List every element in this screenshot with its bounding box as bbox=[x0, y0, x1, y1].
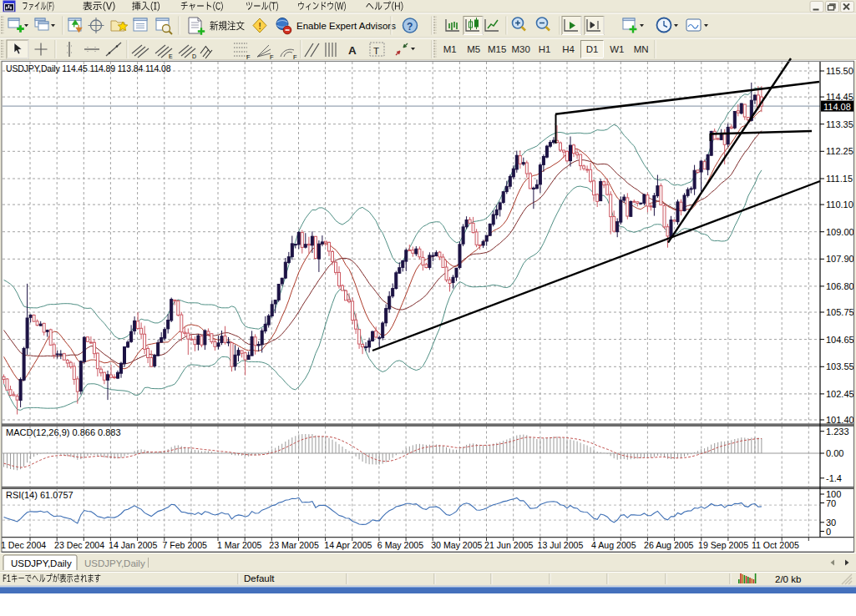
svg-text:14 Jan 2005: 14 Jan 2005 bbox=[109, 540, 157, 550]
svg-text:13 Jul 2005: 13 Jul 2005 bbox=[538, 540, 584, 550]
svg-text:1 Dec 2004: 1 Dec 2004 bbox=[1, 540, 46, 550]
svg-text:30 May 2005: 30 May 2005 bbox=[431, 540, 482, 550]
svg-text:A: A bbox=[348, 44, 357, 57]
svg-text:105.75: 105.75 bbox=[826, 307, 854, 317]
svg-text:114.45: 114.45 bbox=[826, 92, 853, 102]
svg-text:7 Feb 2005: 7 Feb 2005 bbox=[162, 540, 207, 550]
svg-text:21 Jun 2005: 21 Jun 2005 bbox=[484, 540, 533, 550]
svg-text:0: 0 bbox=[826, 527, 831, 537]
svg-text:0.00: 0.00 bbox=[826, 448, 843, 458]
svg-text:?: ? bbox=[407, 21, 413, 33]
svg-text:1.233: 1.233 bbox=[826, 427, 849, 437]
svg-text:USDJPY,Daily 114.45 114.89 11: USDJPY,Daily 114.45 114.89 113.84 114.08 bbox=[6, 63, 171, 73]
svg-text:!: ! bbox=[259, 22, 261, 31]
svg-text:102.45: 102.45 bbox=[826, 389, 854, 399]
svg-text:MACD(12,26,9) 0.866 0.883: MACD(12,26,9) 0.866 0.883 bbox=[6, 427, 121, 437]
svg-text:1 Mar 2005: 1 Mar 2005 bbox=[217, 540, 262, 550]
svg-text:106.80: 106.80 bbox=[826, 281, 854, 291]
svg-text:W1: W1 bbox=[610, 44, 624, 54]
svg-text:110.10: 110.10 bbox=[826, 199, 853, 210]
svg-text:-1.4: -1.4 bbox=[826, 473, 842, 483]
svg-text:70: 70 bbox=[826, 498, 836, 508]
svg-text:23 Dec 2004: 23 Dec 2004 bbox=[54, 540, 104, 550]
svg-text:19 Sep 2005: 19 Sep 2005 bbox=[698, 540, 748, 550]
svg-text:H4: H4 bbox=[562, 44, 575, 54]
svg-text:H1: H1 bbox=[539, 44, 551, 54]
svg-text:101.40: 101.40 bbox=[826, 415, 854, 425]
svg-text:6 May 2005: 6 May 2005 bbox=[377, 540, 423, 550]
svg-text:USDJPY,Daily: USDJPY,Daily bbox=[11, 558, 72, 568]
svg-text:107.90: 107.90 bbox=[826, 254, 854, 264]
svg-text:111.15: 111.15 bbox=[826, 174, 853, 184]
svg-text:M30: M30 bbox=[512, 44, 530, 54]
svg-text:26 Aug 2005: 26 Aug 2005 bbox=[644, 540, 694, 550]
svg-text:D1: D1 bbox=[586, 44, 599, 54]
svg-text:103.55: 103.55 bbox=[826, 361, 854, 371]
svg-text:11 Oct 2005: 11 Oct 2005 bbox=[752, 540, 799, 550]
svg-text:D: D bbox=[192, 53, 196, 59]
svg-text:M1: M1 bbox=[443, 44, 457, 54]
svg-text:MN: MN bbox=[634, 44, 649, 54]
svg-text:Default: Default bbox=[244, 573, 275, 583]
svg-text:113.35: 113.35 bbox=[826, 119, 853, 129]
svg-text:104.65: 104.65 bbox=[826, 335, 854, 345]
svg-text:14 Apr 2005: 14 Apr 2005 bbox=[324, 540, 372, 550]
svg-text:109.00: 109.00 bbox=[826, 227, 854, 237]
svg-text:T: T bbox=[373, 46, 379, 56]
svg-text:115.50: 115.50 bbox=[826, 66, 853, 76]
svg-text:E: E bbox=[169, 53, 173, 59]
svg-text:4 Aug 2005: 4 Aug 2005 bbox=[591, 540, 636, 550]
svg-text:114.08: 114.08 bbox=[823, 102, 851, 112]
svg-text:RSI(14) 61.0757: RSI(14) 61.0757 bbox=[6, 490, 73, 500]
svg-text:2/0 kb: 2/0 kb bbox=[775, 574, 801, 584]
svg-text:M5: M5 bbox=[467, 44, 480, 54]
svg-text:M15: M15 bbox=[488, 44, 506, 54]
svg-text:USDJPY,Daily: USDJPY,Daily bbox=[84, 558, 145, 568]
svg-text:Enable Expert Advisors: Enable Expert Advisors bbox=[296, 21, 396, 31]
svg-text:112.25: 112.25 bbox=[826, 146, 853, 156]
svg-text:23 Mar 2005: 23 Mar 2005 bbox=[269, 540, 319, 550]
